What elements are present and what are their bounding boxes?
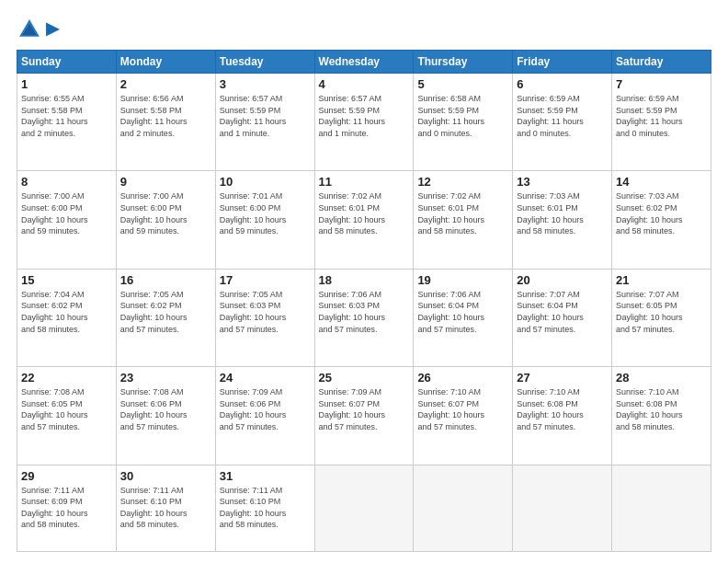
day-number: 18 — [319, 273, 410, 287]
calendar-page: ▶ SundayMondayTuesdayWednesdayThursdayFr… — [0, 0, 728, 563]
day-number: 9 — [120, 175, 211, 189]
calendar-cell: 5Sunrise: 6:58 AM Sunset: 5:59 PM Daylig… — [414, 74, 513, 171]
day-header-thursday: Thursday — [414, 51, 513, 74]
day-number: 7 — [616, 77, 707, 91]
day-info: Sunrise: 7:02 AM Sunset: 6:01 PM Dayligh… — [417, 190, 508, 236]
calendar-cell: 28Sunrise: 7:10 AM Sunset: 6:08 PM Dayli… — [612, 367, 711, 465]
calendar-table: SundayMondayTuesdayWednesdayThursdayFrid… — [17, 50, 711, 552]
day-info: Sunrise: 6:56 AM Sunset: 5:58 PM Dayligh… — [120, 93, 211, 139]
calendar-cell: 22Sunrise: 7:08 AM Sunset: 6:05 PM Dayli… — [17, 367, 117, 465]
calendar-row-3: 22Sunrise: 7:08 AM Sunset: 6:05 PM Dayli… — [17, 367, 711, 465]
calendar-cell: 25Sunrise: 7:09 AM Sunset: 6:07 PM Dayli… — [314, 367, 414, 465]
day-number: 31 — [220, 469, 311, 483]
day-info: Sunrise: 7:06 AM Sunset: 6:03 PM Dayligh… — [319, 289, 410, 335]
day-header-sunday: Sunday — [17, 51, 117, 74]
calendar-cell: 27Sunrise: 7:10 AM Sunset: 6:08 PM Dayli… — [513, 367, 612, 465]
day-info: Sunrise: 7:11 AM Sunset: 6:09 PM Dayligh… — [21, 485, 112, 531]
calendar-cell: 12Sunrise: 7:02 AM Sunset: 6:01 PM Dayli… — [414, 171, 513, 269]
day-header-saturday: Saturday — [612, 51, 711, 74]
logo-icon — [17, 17, 42, 42]
calendar-cell: 10Sunrise: 7:01 AM Sunset: 6:00 PM Dayli… — [215, 171, 314, 269]
calendar-cell: 3Sunrise: 6:57 AM Sunset: 5:59 PM Daylig… — [215, 74, 314, 171]
day-info: Sunrise: 7:04 AM Sunset: 6:02 PM Dayligh… — [21, 289, 112, 335]
day-info: Sunrise: 7:00 AM Sunset: 6:00 PM Dayligh… — [21, 190, 112, 236]
calendar-cell — [513, 465, 612, 551]
calendar-cell — [314, 465, 414, 551]
calendar-cell: 4Sunrise: 6:57 AM Sunset: 5:59 PM Daylig… — [314, 74, 414, 171]
day-number: 25 — [319, 371, 410, 385]
calendar-cell: 17Sunrise: 7:05 AM Sunset: 6:03 PM Dayli… — [215, 269, 314, 366]
day-number: 4 — [319, 77, 410, 91]
calendar-row-1: 8Sunrise: 7:00 AM Sunset: 6:00 PM Daylig… — [17, 171, 711, 269]
calendar-cell — [612, 465, 711, 551]
calendar-cell: 6Sunrise: 6:59 AM Sunset: 5:59 PM Daylig… — [513, 74, 612, 171]
logo-text: ▶ — [46, 20, 59, 39]
day-number: 12 — [417, 175, 508, 189]
calendar-cell: 2Sunrise: 6:56 AM Sunset: 5:58 PM Daylig… — [116, 74, 215, 171]
day-info: Sunrise: 6:57 AM Sunset: 5:59 PM Dayligh… — [220, 93, 311, 139]
day-number: 2 — [120, 77, 211, 91]
day-number: 17 — [220, 273, 311, 287]
calendar-cell: 15Sunrise: 7:04 AM Sunset: 6:02 PM Dayli… — [17, 269, 117, 366]
day-info: Sunrise: 7:10 AM Sunset: 6:08 PM Dayligh… — [616, 386, 707, 432]
day-info: Sunrise: 7:08 AM Sunset: 6:05 PM Dayligh… — [21, 386, 112, 432]
day-info: Sunrise: 7:03 AM Sunset: 6:02 PM Dayligh… — [616, 190, 707, 236]
day-number: 23 — [120, 371, 211, 385]
day-number: 24 — [220, 371, 311, 385]
day-info: Sunrise: 6:59 AM Sunset: 5:59 PM Dayligh… — [616, 93, 707, 139]
day-info: Sunrise: 6:58 AM Sunset: 5:59 PM Dayligh… — [417, 93, 508, 139]
day-info: Sunrise: 6:55 AM Sunset: 5:58 PM Dayligh… — [21, 93, 112, 139]
calendar-cell: 24Sunrise: 7:09 AM Sunset: 6:06 PM Dayli… — [215, 367, 314, 465]
calendar-row-0: 1Sunrise: 6:55 AM Sunset: 5:58 PM Daylig… — [17, 74, 711, 171]
calendar-cell: 29Sunrise: 7:11 AM Sunset: 6:09 PM Dayli… — [17, 465, 117, 551]
day-number: 3 — [220, 77, 311, 91]
calendar-cell: 7Sunrise: 6:59 AM Sunset: 5:59 PM Daylig… — [612, 74, 711, 171]
calendar-cell: 31Sunrise: 7:11 AM Sunset: 6:10 PM Dayli… — [215, 465, 314, 551]
day-header-wednesday: Wednesday — [314, 51, 414, 74]
day-info: Sunrise: 7:03 AM Sunset: 6:01 PM Dayligh… — [517, 190, 608, 236]
day-number: 13 — [517, 175, 608, 189]
calendar-cell — [414, 465, 513, 551]
calendar-cell: 14Sunrise: 7:03 AM Sunset: 6:02 PM Dayli… — [612, 171, 711, 269]
day-info: Sunrise: 7:01 AM Sunset: 6:00 PM Dayligh… — [220, 190, 311, 236]
calendar-cell: 18Sunrise: 7:06 AM Sunset: 6:03 PM Dayli… — [314, 269, 414, 366]
calendar-row-4: 29Sunrise: 7:11 AM Sunset: 6:09 PM Dayli… — [17, 465, 711, 551]
day-info: Sunrise: 7:10 AM Sunset: 6:08 PM Dayligh… — [517, 386, 608, 432]
calendar-cell: 26Sunrise: 7:10 AM Sunset: 6:07 PM Dayli… — [414, 367, 513, 465]
calendar-cell: 9Sunrise: 7:00 AM Sunset: 6:00 PM Daylig… — [116, 171, 215, 269]
day-info: Sunrise: 7:06 AM Sunset: 6:04 PM Dayligh… — [417, 289, 508, 335]
day-info: Sunrise: 7:02 AM Sunset: 6:01 PM Dayligh… — [319, 190, 410, 236]
day-number: 14 — [616, 175, 707, 189]
calendar-cell: 30Sunrise: 7:11 AM Sunset: 6:10 PM Dayli… — [116, 465, 215, 551]
calendar-cell: 21Sunrise: 7:07 AM Sunset: 6:05 PM Dayli… — [612, 269, 711, 366]
calendar-cell: 16Sunrise: 7:05 AM Sunset: 6:02 PM Dayli… — [116, 269, 215, 366]
day-info: Sunrise: 7:07 AM Sunset: 6:05 PM Dayligh… — [616, 289, 707, 335]
header: ▶ — [17, 17, 711, 42]
day-number: 6 — [517, 77, 608, 91]
day-info: Sunrise: 7:07 AM Sunset: 6:04 PM Dayligh… — [517, 289, 608, 335]
day-info: Sunrise: 6:57 AM Sunset: 5:59 PM Dayligh… — [319, 93, 410, 139]
day-info: Sunrise: 7:10 AM Sunset: 6:07 PM Dayligh… — [417, 386, 508, 432]
day-number: 1 — [21, 77, 112, 91]
calendar-cell: 1Sunrise: 6:55 AM Sunset: 5:58 PM Daylig… — [17, 74, 117, 171]
calendar-cell: 23Sunrise: 7:08 AM Sunset: 6:06 PM Dayli… — [116, 367, 215, 465]
calendar-cell: 13Sunrise: 7:03 AM Sunset: 6:01 PM Dayli… — [513, 171, 612, 269]
day-header-friday: Friday — [513, 51, 612, 74]
logo: ▶ — [17, 17, 59, 42]
day-number: 26 — [417, 371, 508, 385]
day-info: Sunrise: 7:11 AM Sunset: 6:10 PM Dayligh… — [120, 485, 211, 531]
day-info: Sunrise: 7:11 AM Sunset: 6:10 PM Dayligh… — [220, 485, 311, 531]
day-info: Sunrise: 7:05 AM Sunset: 6:03 PM Dayligh… — [220, 289, 311, 335]
day-number: 10 — [220, 175, 311, 189]
day-number: 21 — [616, 273, 707, 287]
day-number: 22 — [21, 371, 112, 385]
day-number: 20 — [517, 273, 608, 287]
day-info: Sunrise: 7:08 AM Sunset: 6:06 PM Dayligh… — [120, 386, 211, 432]
day-header-monday: Monday — [116, 51, 215, 74]
day-number: 30 — [120, 469, 211, 483]
day-header-tuesday: Tuesday — [215, 51, 314, 74]
calendar-cell: 11Sunrise: 7:02 AM Sunset: 6:01 PM Dayli… — [314, 171, 414, 269]
day-number: 19 — [417, 273, 508, 287]
calendar-cell: 8Sunrise: 7:00 AM Sunset: 6:00 PM Daylig… — [17, 171, 117, 269]
day-number: 27 — [517, 371, 608, 385]
